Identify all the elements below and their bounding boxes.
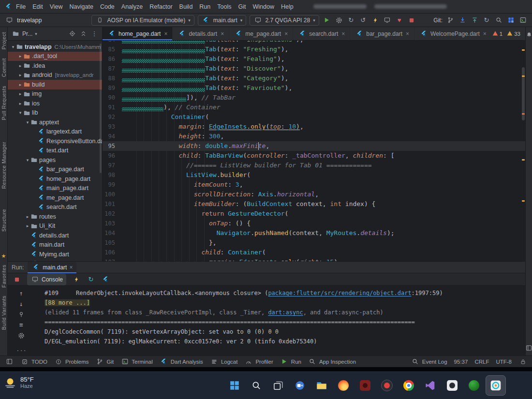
close-tab-icon[interactable]: × [406, 30, 409, 37]
statusbar-app-inspection[interactable]: App Inspection [308, 357, 356, 367]
chrome-icon[interactable] [399, 376, 418, 395]
code-line-92[interactable]: 92 Container( [103, 112, 525, 122]
code-editor[interactable]: 84 Tab(text: "Inspirations"),85 Tab(text… [103, 41, 525, 261]
git-update-icon[interactable] [458, 15, 467, 25]
weather-widget[interactable]: 85°F Haze [4, 376, 34, 389]
line-number[interactable]: 101 [103, 199, 122, 209]
kebab-menu-icon[interactable]: ⋮ [90, 29, 99, 39]
code-line-103[interactable]: 103 onTap: () { [103, 219, 525, 228]
tree-item-main_page.dart[interactable]: main_page.dart [8, 184, 102, 193]
statusbar-todo[interactable]: TODO [20, 357, 47, 367]
refresh-icon[interactable]: ↻ [482, 15, 491, 25]
editor-tab-details.dart[interactable]: details.dart× [173, 27, 229, 40]
project-view-selector[interactable]: Pr... [22, 30, 32, 37]
hide-panels-icon[interactable] [525, 343, 532, 353]
notifications-icon[interactable] [525, 30, 532, 40]
tree-scrollbar[interactable] [100, 44, 102, 173]
tree-item-pages[interactable]: ▾pages [8, 155, 102, 165]
hot-restart-button[interactable] [383, 15, 392, 25]
favorites-star-icon[interactable]: ★ [0, 251, 8, 261]
stop-console-button[interactable] [13, 275, 21, 284]
line-number[interactable]: 104 [103, 228, 122, 238]
read-only-lock-icon[interactable] [518, 357, 527, 367]
line-number[interactable]: 88 [103, 74, 122, 83]
warning-badge[interactable]: 33 [507, 30, 520, 37]
line-number[interactable]: 97 [103, 161, 122, 170]
close-tab-icon[interactable]: × [221, 30, 224, 37]
device-selector[interactable]: AOSP on IA Emulator (mobile)▾ [91, 15, 194, 26]
pin-console-icon[interactable] [17, 311, 26, 318]
flutter-inspector-icon[interactable] [101, 275, 110, 284]
menu-item-refactor[interactable]: Refactor [146, 2, 176, 11]
run-tab-main-dart[interactable]: main.dart × [28, 262, 76, 273]
line-number[interactable]: 105 [103, 238, 122, 248]
more-output-indicator[interactable]: ... [16, 346, 27, 355]
scroll-up-icon[interactable]: ↑ [17, 290, 26, 297]
run-button[interactable] [323, 15, 331, 25]
xbox-icon[interactable] [464, 376, 484, 395]
tool-strip-build-variants[interactable]: Build Variants [1, 296, 7, 330]
tree-item-WelcomePage.dart[interactable]: WelcomePage.dart [8, 259, 102, 262]
line-number[interactable]: 87 [103, 64, 122, 74]
close-tab-icon[interactable]: × [341, 30, 345, 37]
line-number[interactable]: 85 [103, 44, 122, 54]
hot-reload-button[interactable] [371, 15, 380, 25]
editor-tab-home_page.dart[interactable]: home_page.dart× [103, 27, 173, 40]
run-config-selector[interactable]: main.dart▾ [198, 15, 247, 26]
chat-icon[interactable] [290, 376, 310, 395]
line-number[interactable]: 99 [103, 180, 122, 190]
hot-reload-console-icon[interactable] [72, 275, 81, 284]
tree-item-ios[interactable]: ▸ios [8, 99, 102, 108]
settings-gear-icon[interactable] [335, 15, 343, 25]
start-icon[interactable] [225, 376, 244, 395]
code-line-86[interactable]: 86 Tab(text: "Fealing"), [103, 54, 525, 64]
menu-item-tools[interactable]: Tools [214, 2, 235, 11]
code-line-104[interactable]: 104 Navigator.pushNamed(context, MyRoute… [103, 228, 525, 238]
editor-tab-WelcomePage.dart[interactable]: WelcomePage.dart× [414, 27, 488, 40]
close-tab-icon[interactable]: × [284, 30, 288, 37]
tree-item-build[interactable]: ▸build [8, 80, 102, 89]
stop-button[interactable] [407, 15, 416, 25]
line-number[interactable]: 96 [103, 151, 122, 161]
statusbar-run[interactable]: Run [280, 357, 301, 367]
tree-item-.idea[interactable]: ▸.idea [8, 61, 102, 71]
line-number[interactable]: 95 [103, 141, 122, 151]
toolwindow-toggle-icon[interactable] [5, 357, 14, 367]
statusbar-profiler[interactable]: Profiler [244, 357, 273, 367]
tree-item-routes[interactable]: ▸routes [8, 212, 102, 222]
tool-strip-resource-manager[interactable]: Resource Manager [1, 142, 7, 189]
camera-app-icon[interactable] [443, 376, 462, 395]
close-tab-icon[interactable]: × [164, 30, 167, 37]
search-icon[interactable] [247, 376, 266, 395]
git-push-icon[interactable] [470, 15, 479, 25]
tree-item-text.dart[interactable]: text.dart [8, 146, 102, 156]
caret-position[interactable]: 95:37 [454, 359, 468, 365]
tool-strip-commit[interactable]: Commit [1, 58, 7, 77]
line-number[interactable]: 100 [103, 190, 122, 199]
line-number[interactable]: 86 [103, 54, 122, 64]
code-line-101[interactable]: 101 itemBuilder: (BuildContext context, … [103, 199, 525, 209]
code-line-93[interactable]: 93 margin: EdgeInsets.only(top: 10), [103, 122, 525, 132]
line-number[interactable]: 102 [103, 209, 122, 219]
code-line-97[interactable]: 97 //====== ListView builder for Tab 01 … [103, 161, 525, 170]
tool-strip-pull-requests[interactable]: Pull Requests [1, 86, 7, 120]
code-line-88[interactable]: 88 Tab(text: "Category"), [103, 74, 525, 83]
code-line-96[interactable]: 96 child: TabBarView(controller: _tabCon… [103, 151, 525, 161]
menu-item-help[interactable]: Help [278, 2, 297, 11]
tree-item-img[interactable]: ▸img [8, 89, 102, 99]
tool-strip-favorites[interactable]: Favorites [1, 265, 7, 288]
line-separator[interactable]: CRLF [474, 359, 489, 365]
tree-item-bar_page.dart[interactable]: bar_page.dart [8, 165, 102, 175]
tree-item-apptext[interactable]: ▾apptext [8, 118, 102, 127]
task-view-icon[interactable] [268, 376, 288, 395]
hot-restart-console-icon[interactable]: ↻ [87, 275, 95, 284]
editor-tab-bar_page.dart[interactable]: bar_page.dart× [350, 27, 414, 40]
menu-item-navigate[interactable]: Navigate [66, 2, 97, 11]
menu-item-code[interactable]: Code [97, 2, 118, 11]
tree-item-travelapp[interactable]: ▾travelappC:\Users\Muhamm [8, 42, 102, 52]
error-badge[interactable]: 1 [492, 30, 502, 37]
tree-item-ResponsiveButton.dart[interactable]: ResponsiveButton.dart [8, 136, 102, 146]
tree-item-largetext.dart[interactable]: largetext.dart [8, 127, 102, 137]
code-line-99[interactable]: 99 itemCount: 3, [103, 180, 525, 190]
menu-item-window[interactable]: Window [249, 2, 277, 11]
